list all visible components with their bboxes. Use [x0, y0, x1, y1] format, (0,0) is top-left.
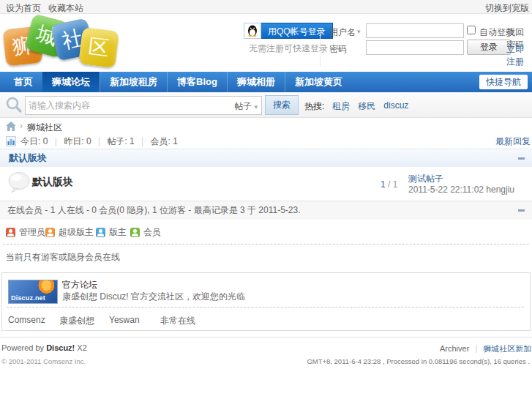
- top-utility-bar: 设为首页 收藏本站 切换到宽版: [0, 0, 532, 14]
- hot-search-link[interactable]: 租房: [332, 100, 350, 113]
- nav-tab-album[interactable]: 狮城相册: [227, 72, 285, 92]
- link-exchange-box: Discuz.net 官方论坛 康盛创想 Discuz! 官方交流社区，欢迎您的…: [1, 272, 531, 331]
- super-moderator-user-icon: [45, 228, 55, 237]
- category-header: 默认版块: [0, 149, 532, 168]
- password-input[interactable]: [366, 40, 464, 55]
- nav-tab-rent[interactable]: 新加坡租房: [100, 72, 167, 92]
- forum-row: 默认版块 1 / 1 测试帖子 2011-5-22 22:11:02 hengj…: [0, 167, 532, 201]
- set-home-link[interactable]: 设为首页: [6, 2, 41, 15]
- online-summary: 在线会员 - 1 人在线 - 0 会员(0 隐身), 1 位游客 - 最高记录是…: [7, 201, 301, 219]
- site-name-link[interactable]: 狮城社区新加坡华人论坛: [483, 344, 532, 353]
- nav-tab-yellowpages[interactable]: 新加坡黄页: [285, 72, 352, 92]
- search-scope-label: 帖子: [234, 101, 252, 111]
- register-link[interactable]: 立即注册: [506, 43, 532, 68]
- dashed-divider: [3, 244, 529, 245]
- usergroup-legend: 管理员 超级版主 版主 会员: [0, 220, 532, 243]
- footer-links: Archiver | 狮城社区新加坡华人论坛: [440, 343, 532, 354]
- nav-tabs: 首页 狮城论坛 新加坡租房 博客Blog 狮城相册 新加坡黄页: [0, 72, 532, 92]
- header: 狮 城 社 区 用QQ帐号登录 无需注册可快速登录: [0, 14, 532, 72]
- search-input-box: 帖子 ▾: [25, 96, 262, 115]
- legend-moderator: 版主: [96, 226, 127, 239]
- stat-yesterday-label: 昨日:: [64, 136, 83, 146]
- stat-posts-label: 帖子:: [107, 136, 127, 146]
- forum-thread-count: 1 / 1: [381, 179, 397, 190]
- search-input[interactable]: [27, 98, 213, 113]
- header-divider: [320, 34, 321, 67]
- legend-member: 会员: [130, 226, 161, 239]
- footer-divider: [0, 337, 532, 338]
- hot-search-link[interactable]: discuz: [383, 100, 408, 113]
- discuz-banner-image[interactable]: Discuz.net: [8, 280, 58, 304]
- login-type-caret-icon[interactable]: ▾: [357, 28, 361, 35]
- hot-search-link[interactable]: 移民: [358, 100, 375, 113]
- search-icon: [5, 96, 23, 116]
- stat-posts-value: 1: [130, 136, 135, 146]
- promo-title-link[interactable]: 官方论坛: [62, 279, 97, 291]
- nav-tab-home[interactable]: 首页: [4, 72, 42, 92]
- stats-text: 今日: 0 | 昨日: 0 | 帖子: 1 | 会员: 1: [20, 135, 178, 148]
- stat-today-value: 0: [43, 136, 48, 146]
- gmt-process-info: GMT+8, 2011-6-4 23:28 , Processed in 0.0…: [307, 357, 530, 365]
- forum-page: 设为首页 收藏本站 切换到宽版 狮 城 社 区: [0, 0, 532, 399]
- home-icon[interactable]: [6, 122, 16, 133]
- username-input[interactable]: [366, 23, 464, 38]
- forum-threads: 1: [381, 179, 386, 190]
- password-label: 密码: [329, 43, 347, 56]
- legend-member-label: 会员: [143, 226, 161, 239]
- qq-penguin-icon: [244, 23, 261, 39]
- member-user-icon: [130, 228, 140, 237]
- last-post-title-link[interactable]: 测试帖子: [408, 173, 443, 185]
- friend-link-comsenz[interactable]: Comsenz: [8, 315, 45, 325]
- legend-admin: 管理员: [6, 226, 45, 239]
- forum-posts: / 1: [386, 179, 398, 190]
- chevron-down-icon: ▾: [254, 103, 258, 111]
- switch-wide-link[interactable]: 切换到宽版: [485, 2, 529, 15]
- admin-user-icon: [6, 228, 15, 237]
- legend-super-moderator-label: 超级版主: [59, 226, 94, 239]
- discuz-brand[interactable]: Discuz!: [46, 343, 75, 352]
- last-post-meta: 2011-5-22 22:11:02 hengjiu: [408, 184, 514, 195]
- category-title-link[interactable]: 默认版块: [9, 149, 47, 167]
- friend-link-yeswan[interactable]: Yeswan: [109, 315, 140, 325]
- qq-login-note: 无需注册可快速登录: [249, 42, 328, 55]
- stat-today-label: 今日:: [20, 136, 40, 146]
- quick-nav-label: 快捷导航: [486, 77, 521, 87]
- discuz-version: X2: [75, 343, 87, 352]
- stat-members-label: 会员:: [151, 136, 171, 146]
- logo-tile: 区: [78, 27, 119, 68]
- online-members-bar: 在线会员 - 1 人在线 - 0 会员(0 隐身), 1 位游客 - 最高记录是…: [0, 201, 532, 220]
- nav-tab-blog[interactable]: 博客Blog: [167, 72, 227, 92]
- breadcrumb-current[interactable]: 狮城社区: [27, 122, 62, 134]
- nav-tab-forum-active[interactable]: 狮城论坛: [42, 72, 100, 92]
- search-bar: 帖子 ▾ 搜索 热搜: 租房 移民 discuz: [0, 92, 532, 118]
- discuz-banner-text: Discuz.net: [11, 294, 45, 302]
- bookmark-link[interactable]: 收藏本站: [48, 2, 83, 15]
- forum-name-link[interactable]: 默认版块: [32, 176, 73, 189]
- collapse-icon[interactable]: [518, 209, 525, 212]
- quick-nav-dropdown[interactable]: 快捷导航 ▾: [479, 75, 528, 89]
- moderator-user-icon: [96, 228, 105, 237]
- friend-link-comsenz-cn[interactable]: 康盛创想: [59, 315, 94, 327]
- latest-replies-link[interactable]: 最新回复: [495, 135, 531, 148]
- powered-prefix: Powered by: [1, 343, 46, 352]
- search-button[interactable]: 搜索: [265, 95, 299, 115]
- auto-login-checkbox[interactable]: [467, 26, 476, 34]
- breadcrumb: › 狮城社区: [0, 118, 532, 135]
- search-scope-select[interactable]: 帖子 ▾: [234, 100, 258, 113]
- legend-super-moderator: 超级版主: [45, 226, 94, 239]
- username-label: 用户名: [329, 26, 356, 39]
- stat-yesterday-value: 0: [86, 136, 91, 146]
- stat-members-value: 1: [173, 136, 178, 146]
- stats-chart-icon: [6, 136, 16, 146]
- login-button[interactable]: 登录: [467, 40, 511, 55]
- hot-search-label: 热搜:: [304, 100, 324, 113]
- forum-stats-row: 今日: 0 | 昨日: 0 | 帖子: 1 | 会员: 1 最新回复: [0, 135, 532, 149]
- archiver-link[interactable]: Archiver: [440, 344, 469, 353]
- guest-online-note: 当前只有游客或隐身会员在线: [6, 251, 120, 264]
- forum-bubble-icon[interactable]: [7, 171, 32, 196]
- site-logo[interactable]: 狮 城 社 区: [4, 16, 125, 70]
- collapse-icon[interactable]: [518, 157, 525, 160]
- hot-search: 热搜: 租房 移民 discuz: [304, 100, 408, 113]
- friend-link-other[interactable]: 非常在线: [160, 315, 195, 327]
- promo-description: 康盛创想 Discuz! 官方交流社区，欢迎您的光临: [62, 291, 245, 303]
